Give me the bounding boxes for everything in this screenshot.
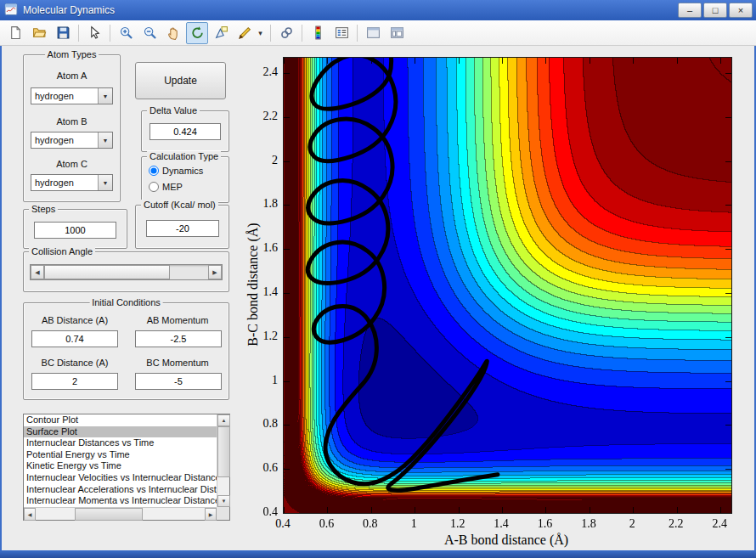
dynamics-radio[interactable] — [149, 166, 159, 176]
chevron-down-icon[interactable]: ▼ — [98, 175, 112, 190]
initial-conditions-group: Initial Conditions AB Distance (A) AB Mo… — [23, 302, 229, 400]
insert-colorbar-icon[interactable] — [307, 22, 329, 44]
x-tick-label: 1.4 — [484, 517, 518, 531]
show-plot-tools-icon[interactable] — [386, 22, 408, 44]
pan-icon[interactable] — [162, 22, 184, 44]
y-tick-label: 2.2 — [242, 110, 278, 123]
pes-canvas[interactable] — [284, 58, 731, 513]
ab-momentum-label: AB Momentum — [127, 315, 228, 325]
delta-value-input[interactable] — [150, 123, 221, 140]
atom-b-dropdown[interactable]: hydrogen ▼ — [31, 132, 113, 149]
maximize-button[interactable]: □ — [703, 3, 727, 18]
toolbar-separator — [78, 25, 79, 42]
vscroll-thumb[interactable] — [217, 426, 230, 477]
save-figure-icon[interactable] — [52, 22, 74, 44]
bc-distance-input[interactable] — [31, 373, 118, 390]
list-item[interactable]: Internuclear Velocities vs Internuclear … — [24, 472, 217, 484]
app-icon — [4, 3, 18, 18]
y-tick-label: 2 — [242, 154, 278, 167]
window-bottom-border — [0, 550, 756, 558]
slider-left-arrow-icon[interactable]: ◀ — [31, 265, 44, 279]
atom-b-value: hydrogen — [35, 135, 74, 145]
edit-plot-icon[interactable] — [83, 22, 105, 44]
list-item[interactable]: Internuclear Momenta vs Internuclear Dis… — [24, 495, 217, 507]
brush-icon[interactable] — [234, 22, 256, 44]
calculation-type-group: Calculation Type Dynamics MEP — [141, 156, 229, 203]
plot-area[interactable] — [283, 57, 732, 514]
ab-distance-input[interactable] — [31, 330, 118, 347]
x-tick-label: 0.8 — [353, 517, 387, 531]
delta-value-group: Delta Value — [141, 110, 229, 152]
bc-distance-label: BC Distance (A) — [24, 358, 126, 368]
y-tick-label: 1.8 — [242, 197, 278, 211]
steps-input[interactable] — [34, 222, 116, 239]
atom-c-value: hydrogen — [35, 178, 74, 188]
atom-c-label: Atom C — [24, 159, 120, 169]
scroll-left-icon[interactable]: ◀ — [24, 508, 36, 521]
x-tick-label: 2.4 — [702, 517, 736, 531]
scroll-up-icon[interactable]: ▲ — [217, 414, 230, 426]
listbox-vscrollbar[interactable]: ▲ ▼ — [217, 414, 229, 507]
collision-angle-slider[interactable]: ◀ ▶ — [30, 264, 223, 280]
data-cursor-icon[interactable] — [210, 22, 232, 44]
insert-legend-icon[interactable] — [330, 22, 353, 44]
atom-c-dropdown[interactable]: hydrogen ▼ — [31, 174, 113, 191]
open-file-icon[interactable] — [28, 22, 50, 44]
dynamics-radio-label: Dynamics — [162, 166, 203, 176]
chevron-down-icon[interactable]: ▼ — [98, 132, 112, 148]
minimize-button[interactable]: – — [678, 3, 702, 18]
y-tick-label: 1 — [242, 374, 278, 387]
mep-radio[interactable] — [149, 182, 159, 192]
toolbar-separator — [110, 25, 110, 42]
list-item[interactable]: Surface Plot — [24, 426, 217, 438]
listbox-hscrollbar[interactable]: ◀ ▶ — [24, 507, 217, 520]
cutoff-input[interactable] — [146, 220, 219, 237]
calc-type-option-dynamics[interactable]: Dynamics — [149, 166, 203, 176]
x-tick-label: 2.2 — [659, 517, 693, 531]
scrollbar-corner — [217, 507, 229, 520]
title-bar[interactable]: Molecular Dynamics – □ × — [0, 0, 756, 20]
x-tick-label: 1 — [397, 517, 431, 531]
brush-menu-caret-icon[interactable]: ▾ — [255, 22, 266, 44]
link-plot-icon[interactable] — [275, 22, 297, 44]
slider-right-arrow-icon[interactable]: ▶ — [208, 265, 222, 279]
zoom-in-icon[interactable] — [115, 22, 137, 44]
calc-type-option-mep[interactable]: MEP — [149, 182, 183, 192]
list-item[interactable]: Internuclear Distances vs Time — [24, 437, 217, 449]
list-item[interactable]: Potential Energy vs Time — [24, 449, 217, 461]
collision-angle-group: Collision Angle ◀ ▶ — [23, 251, 229, 292]
slider-thumb[interactable] — [44, 265, 170, 279]
x-tick-label: 1.6 — [528, 517, 561, 531]
collision-angle-title: Collision Angle — [29, 246, 95, 256]
bc-momentum-label: BC Momentum — [127, 358, 228, 368]
chevron-down-icon[interactable]: ▼ — [98, 88, 112, 104]
new-figure-icon[interactable] — [4, 22, 26, 44]
scroll-down-icon[interactable]: ▼ — [217, 495, 230, 507]
initial-conditions-title: Initial Conditions — [89, 297, 163, 307]
atom-types-group: Atom Types Atom A hydrogen ▼ Atom B hydr… — [23, 54, 121, 202]
plot-type-listbox[interactable]: Contour PlotSurface PlotInternuclear Dis… — [23, 414, 230, 521]
atom-b-label: Atom B — [24, 116, 120, 127]
ab-distance-label: AB Distance (A) — [24, 315, 126, 325]
window-controls: – □ × — [678, 3, 753, 18]
scroll-right-icon[interactable]: ▶ — [205, 508, 217, 521]
list-item[interactable]: Kinetic Energy vs Time — [24, 460, 217, 472]
hscroll-thumb[interactable] — [75, 508, 143, 521]
update-button[interactable]: Update — [135, 62, 226, 99]
rotate-3d-icon[interactable] — [186, 22, 208, 44]
list-item[interactable]: Internuclear Accelerations vs Internucle… — [24, 484, 217, 496]
cutoff-group: Cutoff (Kcal/ mol) — [135, 205, 229, 249]
close-button[interactable]: × — [729, 3, 753, 18]
toolbar: ▾ — [0, 20, 756, 46]
y-tick-label: 2.4 — [242, 65, 278, 79]
atom-a-dropdown[interactable]: hydrogen ▼ — [31, 87, 113, 104]
window-title: Molecular Dynamics — [23, 4, 115, 16]
bc-momentum-input[interactable] — [135, 373, 222, 390]
ab-momentum-input[interactable] — [135, 330, 222, 347]
y-tick-label: 1.4 — [242, 285, 278, 299]
zoom-out-icon[interactable] — [138, 22, 161, 44]
list-item[interactable]: Contour Plot — [24, 414, 217, 426]
steps-title: Steps — [29, 204, 58, 214]
hide-plot-tools-icon[interactable] — [362, 22, 384, 44]
atom-types-title: Atom Types — [45, 49, 99, 59]
